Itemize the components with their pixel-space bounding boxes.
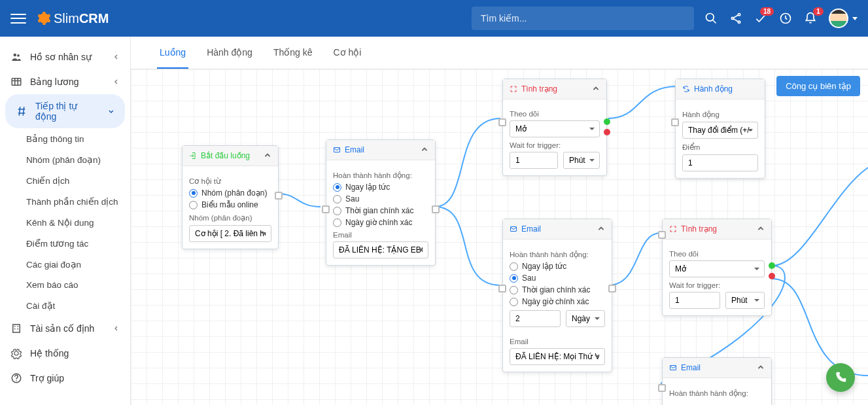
- sidebar-label: Bảng lương: [30, 77, 78, 87]
- port-in[interactable]: [671, 118, 679, 126]
- chevron-up-icon[interactable]: [421, 146, 428, 154]
- gear-icon: [35, 10, 51, 26]
- select-group[interactable]: [189, 225, 271, 242]
- sidebar-sub-score[interactable]: Điểm tương tác: [0, 233, 130, 254]
- select-wait-unit[interactable]: [563, 152, 600, 169]
- chevron-up-icon[interactable]: [264, 152, 271, 160]
- tab-action[interactable]: Hành động: [204, 37, 255, 69]
- check-icon[interactable]: 18: [754, 12, 767, 25]
- chevron-up-icon[interactable]: [592, 85, 600, 93]
- sidebar-item-salary[interactable]: Bảng lương: [0, 69, 130, 94]
- select-track[interactable]: [669, 260, 765, 277]
- svg-rect-16: [14, 326, 16, 327]
- sidebar-item-hr[interactable]: Hồ sơ nhân sự: [0, 44, 130, 69]
- menu-toggle-icon[interactable]: [10, 10, 26, 26]
- port-in[interactable]: [498, 118, 506, 126]
- tab-flow[interactable]: Luồng: [157, 37, 188, 69]
- radio-after[interactable]: Sau: [333, 194, 428, 203]
- radio-exact-time[interactable]: Thời gian chính xác: [333, 206, 428, 215]
- sidebar-sub-settings[interactable]: Cài đặt: [0, 295, 130, 316]
- chevron-up-icon[interactable]: [757, 364, 765, 372]
- node-email-1[interactable]: Email Hoàn thành hành động: Ngay lập tức…: [326, 139, 436, 266]
- sidebar-item-assets[interactable]: Tài sản cố định: [0, 316, 130, 341]
- radio-immediate[interactable]: Ngay lập tức: [510, 262, 605, 271]
- input-point[interactable]: [682, 154, 758, 171]
- chevron-up-icon[interactable]: [757, 225, 765, 233]
- sidebar-item-system[interactable]: Hệ thống: [0, 341, 130, 366]
- input-wait-value[interactable]: [510, 152, 558, 169]
- node-email-3[interactable]: Email Hoàn thành hành động:: [662, 357, 772, 405]
- label-complete: Hoàn thành hành động:: [333, 171, 428, 180]
- sidebar-sub-campaign[interactable]: Chiến dịch: [0, 170, 130, 191]
- select-track[interactable]: [510, 120, 600, 137]
- bell-icon[interactable]: 1: [804, 12, 817, 25]
- card-title: Email: [521, 224, 541, 234]
- radio-immediate[interactable]: Ngay lập tức: [333, 183, 428, 192]
- radio-segment[interactable]: Nhóm (phân đoạn): [189, 188, 271, 198]
- sidebar-sub-component[interactable]: Thành phần chiến dịch: [0, 191, 130, 212]
- sidebar-sub-channel[interactable]: Kênh & Nội dung: [0, 212, 130, 233]
- card-title: Tình trạng: [521, 84, 557, 94]
- node-status-2[interactable]: Tình trạng Theo dõi Wait for trigger:: [662, 219, 772, 316]
- workflow-tabs: Luồng Hành động Thống kê Cơ hội: [131, 37, 868, 69]
- flow-canvas[interactable]: Công cụ biên tập Bắt đầu luồng Cơ hội từ…: [131, 69, 868, 405]
- select-wait-unit[interactable]: [566, 310, 605, 327]
- port-in[interactable]: [658, 231, 666, 239]
- radio-after[interactable]: Sau: [510, 273, 605, 283]
- sidebar-item-marketing[interactable]: Tiếp thị tự động: [5, 94, 125, 128]
- mail-icon: [510, 225, 517, 233]
- sidebar-label: Hệ thống: [30, 348, 69, 359]
- chevron-up-icon[interactable]: [597, 225, 605, 233]
- sidebar-sub-segment[interactable]: Nhóm (phân đoạn): [0, 149, 130, 170]
- tab-stats[interactable]: Thống kê: [271, 37, 315, 69]
- share-icon[interactable]: [729, 12, 742, 25]
- user-menu[interactable]: [829, 9, 858, 28]
- svg-point-9: [14, 54, 17, 57]
- sidebar-sub-report[interactable]: Xem báo cáo: [0, 275, 130, 295]
- select-action[interactable]: [682, 122, 758, 139]
- port-in[interactable]: [658, 384, 666, 392]
- chevron-left-icon: [113, 79, 120, 85]
- svg-point-21: [16, 380, 17, 381]
- node-start[interactable]: Bắt đầu luồng Cơ hội từ Nhóm (phân đoạn)…: [182, 145, 279, 249]
- radio-form[interactable]: Biểu mẫu online: [189, 200, 271, 209]
- brand-logo[interactable]: SlimCRM: [35, 10, 109, 26]
- editor-tools-button[interactable]: Công cụ biên tập: [776, 76, 860, 96]
- input-wait-value[interactable]: [669, 292, 720, 309]
- radio-exact-date[interactable]: Ngày giờ chính xác: [510, 297, 605, 306]
- radio-exact-time[interactable]: Thời gian chính xác: [510, 285, 605, 294]
- radio-exact-date[interactable]: Ngày giờ chính xác: [333, 218, 428, 227]
- select-email-template[interactable]: [333, 241, 428, 258]
- port-out[interactable]: [275, 192, 283, 200]
- sidebar-sub-stages[interactable]: Các giai đoạn: [0, 254, 130, 275]
- sidebar-item-help[interactable]: Trợ giúp: [0, 366, 130, 391]
- call-fab[interactable]: [826, 363, 855, 392]
- chevron-left-icon: [113, 54, 120, 60]
- port-out-multi[interactable]: [769, 262, 775, 279]
- search-input[interactable]: [481, 13, 685, 24]
- node-email-2[interactable]: Email Hoàn thành hành động: Ngay lập tức…: [502, 219, 612, 372]
- label-wait: Wait for trigger:: [669, 281, 765, 289]
- label-group: Nhóm (phân đoạn): [189, 213, 271, 222]
- people-icon: [10, 51, 22, 63]
- svg-line-5: [734, 15, 738, 18]
- node-status-1[interactable]: Tình trạng Theo dõi Wait for trigger:: [502, 79, 607, 176]
- select-email-template[interactable]: [510, 348, 605, 365]
- tab-opportunity[interactable]: Cơ hội: [330, 37, 364, 69]
- sidebar-sub-dashboard[interactable]: Bảng thông tin: [0, 128, 130, 149]
- node-action[interactable]: Hành động Hành động Điểm: [675, 79, 765, 179]
- label-wait: Wait for trigger:: [510, 141, 600, 149]
- expand-icon: [669, 225, 677, 233]
- port-in[interactable]: [322, 205, 330, 213]
- port-out[interactable]: [608, 285, 616, 292]
- port-out-multi[interactable]: [604, 118, 610, 135]
- svg-rect-11: [12, 79, 21, 86]
- clock-icon[interactable]: [779, 12, 792, 25]
- search-icon[interactable]: [704, 12, 718, 25]
- port-out[interactable]: [432, 205, 440, 213]
- chevron-down-icon: [108, 108, 114, 114]
- port-in[interactable]: [498, 285, 506, 292]
- search-box[interactable]: [472, 7, 694, 30]
- select-wait-unit[interactable]: [725, 292, 765, 309]
- input-wait-value[interactable]: [510, 310, 561, 327]
